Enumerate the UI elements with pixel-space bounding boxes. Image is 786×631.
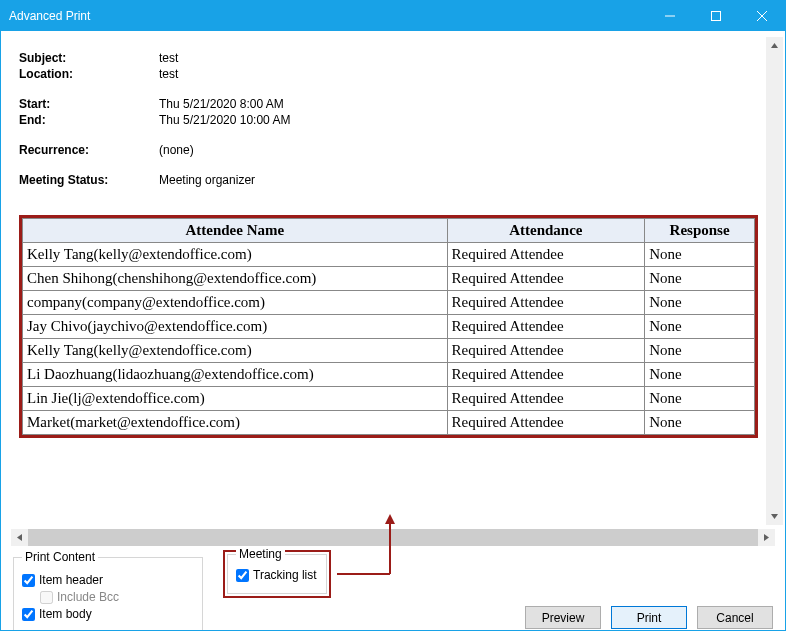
table-cell: None: [645, 243, 755, 267]
item-body-label: Item body: [39, 607, 92, 621]
location-value: test: [159, 67, 764, 81]
table-row: company(company@extendoffice.com)Require…: [23, 291, 755, 315]
print-content-group: Print Content Item header Include Bcc It…: [13, 550, 203, 631]
cancel-button[interactable]: Cancel: [697, 606, 773, 629]
start-label: Start:: [19, 97, 159, 111]
table-row: Market(market@extendoffice.com)Required …: [23, 411, 755, 435]
table-cell: None: [645, 267, 755, 291]
item-header-label: Item header: [39, 573, 103, 587]
subject-label: Subject:: [19, 51, 159, 65]
item-header-checkbox[interactable]: Item header: [22, 573, 194, 587]
recurrence-value: (none): [159, 143, 764, 157]
col-attendee-name: Attendee Name: [23, 219, 448, 243]
table-cell: Lin Jie(lj@extendoffice.com): [23, 387, 448, 411]
table-row: Kelly Tang(kelly@extendoffice.com)Requir…: [23, 339, 755, 363]
content-area: Subject: test Location: test Start: Thu …: [1, 31, 785, 529]
start-value: Thu 5/21/2020 8:00 AM: [159, 97, 764, 111]
recurrence-label: Recurrence:: [19, 143, 159, 157]
table-cell: None: [645, 363, 755, 387]
window-title: Advanced Print: [9, 9, 647, 23]
svg-rect-1: [712, 12, 721, 21]
tracking-list-checkbox[interactable]: Tracking list: [236, 568, 318, 582]
table-cell: Required Attendee: [447, 315, 645, 339]
table-cell: Required Attendee: [447, 291, 645, 315]
tracking-list-input[interactable]: [236, 569, 249, 582]
location-label: Location:: [19, 67, 159, 81]
table-cell: Li Daozhuang(lidaozhuang@extendoffice.co…: [23, 363, 448, 387]
bottom-panel: Print Content Item header Include Bcc It…: [1, 546, 785, 631]
tracking-table: Attendee Name Attendance Response Kelly …: [22, 218, 755, 435]
svg-marker-5: [771, 514, 778, 519]
table-cell: Required Attendee: [447, 339, 645, 363]
titlebar: Advanced Print: [1, 1, 785, 31]
include-bcc-label: Include Bcc: [57, 590, 119, 604]
table-cell: company(company@extendoffice.com): [23, 291, 448, 315]
include-bcc-input: [40, 591, 53, 604]
svg-marker-6: [17, 534, 22, 541]
table-cell: Required Attendee: [447, 387, 645, 411]
subject-value: test: [159, 51, 764, 65]
table-cell: Required Attendee: [447, 267, 645, 291]
scroll-down-icon[interactable]: [766, 508, 783, 525]
minimize-button[interactable]: [647, 1, 693, 31]
table-cell: Chen Shihong(chenshihong@extendoffice.co…: [23, 267, 448, 291]
meeting-legend: Meeting: [236, 547, 285, 561]
end-value: Thu 5/21/2020 10:00 AM: [159, 113, 764, 127]
vertical-scrollbar[interactable]: [766, 37, 783, 525]
svg-marker-7: [764, 534, 769, 541]
horizontal-scrollbar[interactable]: [11, 529, 775, 546]
meeting-group-highlight: Meeting Tracking list: [223, 550, 331, 598]
scroll-up-icon[interactable]: [766, 37, 783, 54]
tracking-table-wrap: Attendee Name Attendance Response Kelly …: [19, 215, 758, 438]
tracking-list-label: Tracking list: [253, 568, 317, 582]
include-bcc-checkbox: Include Bcc: [40, 590, 194, 604]
scroll-left-icon[interactable]: [11, 529, 28, 546]
table-cell: Required Attendee: [447, 363, 645, 387]
preview-button[interactable]: Preview: [525, 606, 601, 629]
table-cell: Market(market@extendoffice.com): [23, 411, 448, 435]
scroll-right-icon[interactable]: [758, 529, 775, 546]
meeting-status-label: Meeting Status:: [19, 173, 159, 187]
table-row: Li Daozhuang(lidaozhuang@extendoffice.co…: [23, 363, 755, 387]
table-cell: None: [645, 411, 755, 435]
maximize-button[interactable]: [693, 1, 739, 31]
table-cell: Jay Chivo(jaychivo@extendoffice.com): [23, 315, 448, 339]
table-cell: None: [645, 291, 755, 315]
table-row: Jay Chivo(jaychivo@extendoffice.com)Requ…: [23, 315, 755, 339]
table-cell: None: [645, 339, 755, 363]
meeting-status-value: Meeting organizer: [159, 173, 764, 187]
print-button[interactable]: Print: [611, 606, 687, 629]
table-cell: Kelly Tang(kelly@extendoffice.com): [23, 243, 448, 267]
table-cell: None: [645, 315, 755, 339]
table-row: Lin Jie(lj@extendoffice.com)Required Att…: [23, 387, 755, 411]
close-button[interactable]: [739, 1, 785, 31]
table-cell: Required Attendee: [447, 243, 645, 267]
item-body-input[interactable]: [22, 608, 35, 621]
table-row: Chen Shihong(chenshihong@extendoffice.co…: [23, 267, 755, 291]
table-cell: Required Attendee: [447, 411, 645, 435]
item-header-input[interactable]: [22, 574, 35, 587]
end-label: End:: [19, 113, 159, 127]
print-content-legend: Print Content: [22, 550, 98, 564]
table-row: Kelly Tang(kelly@extendoffice.com)Requir…: [23, 243, 755, 267]
table-cell: Kelly Tang(kelly@extendoffice.com): [23, 339, 448, 363]
col-attendance: Attendance: [447, 219, 645, 243]
item-body-checkbox[interactable]: Item body: [22, 607, 194, 621]
scroll-thumb[interactable]: [28, 529, 758, 546]
col-response: Response: [645, 219, 755, 243]
table-cell: None: [645, 387, 755, 411]
svg-marker-4: [771, 43, 778, 48]
